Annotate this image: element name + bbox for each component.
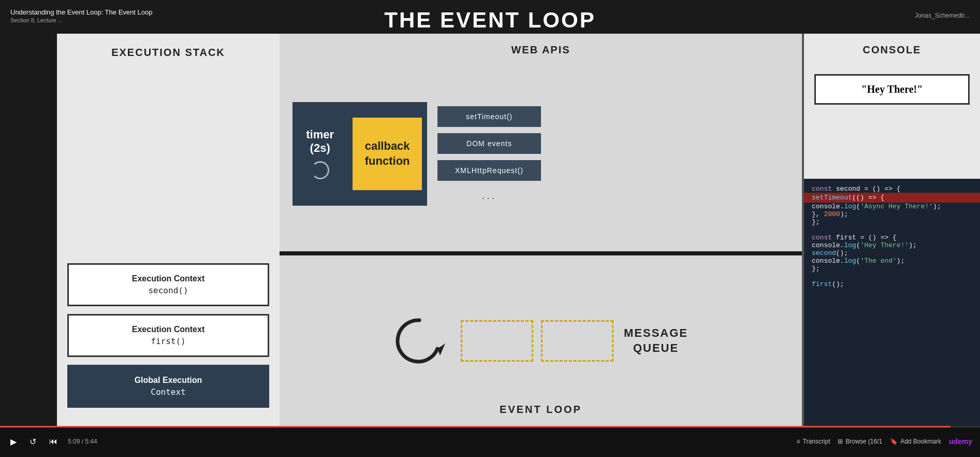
code-line-5: }; (812, 218, 972, 226)
web-apis-panel: WEB APIS timer(2s) callbackfunction setT… (280, 34, 802, 251)
timer-left: timer(2s) (292, 120, 347, 187)
svg-marker-0 (437, 344, 445, 355)
code-line-11: first(); (812, 280, 972, 288)
callback-text: callbackfunction (365, 139, 410, 168)
queue-box-1 (461, 320, 533, 362)
page-title: Understanding the Event Loop: The Event … (10, 8, 152, 16)
main-content: EXECUTION STACK Execution Context second… (57, 34, 980, 426)
stack-item-second: Execution Context second() (67, 263, 269, 306)
stack-item-second-subtitle: second() (77, 285, 260, 295)
transcript-icon: ≡ (797, 438, 800, 445)
web-apis-inner: timer(2s) callbackfunction setTimeout() … (292, 66, 789, 241)
web-api-buttons: setTimeout() DOM events XMLHttpRequest()… (437, 106, 541, 202)
timer-loading-icon (311, 161, 329, 179)
code-line-3: console.log('Async Hey There!'); (812, 203, 972, 210)
queue-box-2 (541, 320, 613, 362)
bookmark-button[interactable]: 🔖 Add Bookmark (890, 438, 941, 445)
api-btn-dom: DOM events (437, 133, 541, 154)
time-display: 5:09 / 5:44 (68, 438, 97, 445)
bottom-bar: ▶ ↺ ⏮ 5:09 / 5:44 ≡ Transcript ⊞ Browse … (0, 426, 980, 457)
callback-box: callbackfunction (353, 118, 422, 190)
stack-items: Execution Context second() Execution Con… (67, 69, 269, 413)
page-subtitle: Section 8, Lecture ... (10, 17, 152, 23)
api-btn-settimeout: setTimeout() (437, 106, 541, 127)
code-line-8: second(); (812, 249, 972, 257)
browse-button[interactable]: ⊞ Browse (16/1 (838, 438, 882, 445)
execution-stack-panel: EXECUTION STACK Execution Context second… (57, 34, 280, 426)
code-line-2-highlight: setTimeout(() => { (804, 193, 980, 203)
console-section: CONSOLE "Hey There!" (804, 34, 980, 179)
console-title: CONSOLE (814, 44, 970, 56)
code-line-6: const first = () => { (812, 234, 972, 241)
stack-item-first-title: Execution Context (77, 325, 260, 334)
timer-box: timer(2s) callbackfunction (292, 102, 427, 206)
api-btn-xhr: XMLHttpRequest() (437, 160, 541, 181)
code-line-7: console.log('Hey There!'); (812, 241, 972, 249)
bottom-actions: ≡ Transcript ⊞ Browse (16/1 🔖 Add Bookma… (797, 437, 972, 446)
event-loop-arrow-icon (393, 315, 445, 367)
message-queue-label: MESSAGEQUEUE (624, 326, 688, 355)
progress-bar-container[interactable] (0, 426, 980, 427)
stack-item-second-title: Execution Context (77, 274, 260, 283)
code-line-10: }; (812, 265, 972, 273)
stack-item-global: Global Execution Context (67, 365, 269, 408)
code-line-4: }, 2000); (812, 210, 972, 218)
right-panel: CONSOLE "Hey There!" const second = () =… (804, 34, 980, 426)
big-title: THE EVENT LOOP (384, 8, 595, 33)
code-panel: const second = () => { setTimeout(() => … (804, 179, 980, 426)
event-loop-area: MESSAGEQUEUE EVENT LOOP (280, 255, 802, 426)
middle-section: WEB APIS timer(2s) callbackfunction setT… (280, 34, 802, 426)
timer-text: timer(2s) (306, 128, 334, 155)
api-dots: ... (437, 190, 541, 202)
message-queue-boxes (461, 320, 613, 362)
event-loop-label: EVENT LOOP (500, 404, 582, 416)
web-apis-title: WEB APIS (292, 44, 789, 56)
code-line-9: console.log('The end'); (812, 257, 972, 265)
stack-item-first: Execution Context first() (67, 314, 269, 357)
bookmark-icon: 🔖 (890, 438, 898, 445)
code-line-1: const second = () => { (812, 185, 972, 193)
stack-item-first-subtitle: first() (77, 336, 260, 346)
stack-item-global-title: Global Execution (77, 376, 260, 385)
transcript-button[interactable]: ≡ Transcript (797, 438, 830, 445)
udemy-logo: udemy (949, 437, 972, 446)
user-display: Jonas_Schemedtr... (915, 12, 970, 19)
play-button[interactable]: ▶ (8, 434, 19, 449)
console-value: "Hey There!" (814, 74, 970, 105)
replay-button[interactable]: ↺ (27, 434, 39, 449)
stack-item-global-subtitle: Context (77, 387, 260, 397)
progress-bar-fill (0, 426, 950, 427)
code-line-blank1 (812, 226, 972, 234)
skip-back-button[interactable]: ⏮ (47, 434, 60, 449)
execution-stack-title: EXECUTION STACK (67, 47, 269, 59)
browse-icon: ⊞ (838, 438, 843, 445)
code-line-blank2 (812, 273, 972, 280)
